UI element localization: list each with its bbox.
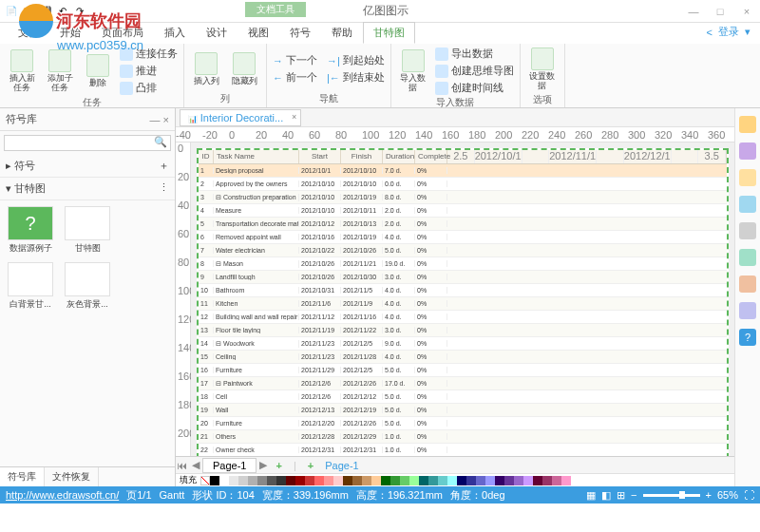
share-icon[interactable]: < <box>707 27 712 38</box>
gantt-row[interactable]: 6Removed appoint wall2012/10/162012/10/1… <box>199 231 727 244</box>
gantt-row[interactable]: 7Water electrician2012/10/222012/10/265.… <box>199 244 727 257</box>
settings[interactable]: 设置数据 <box>526 46 559 93</box>
color-swatch[interactable] <box>238 476 248 485</box>
sidebar-section-symbols[interactable]: ▸ 符号＋ <box>0 155 175 178</box>
close-button[interactable]: × <box>737 6 756 17</box>
comment-icon[interactable] <box>739 302 756 319</box>
color-swatch[interactable] <box>552 476 561 485</box>
color-swatch[interactable] <box>352 476 362 485</box>
tab-gantt[interactable]: 甘特图 <box>363 22 415 44</box>
gantt-row[interactable]: 22Owner check2012/12/312012/12/311.0 d.0… <box>199 444 727 456</box>
help-icon[interactable]: ? <box>739 329 756 346</box>
tab-7[interactable]: 帮助 <box>321 22 363 44</box>
page-icon[interactable] <box>739 169 756 186</box>
outline[interactable]: 凸排 <box>120 80 178 96</box>
gantt-row[interactable]: 4Measure2012/10/102012/10/112.0 d.0% <box>199 204 727 218</box>
sidebar-close-icon[interactable]: — × <box>150 114 169 125</box>
color-swatch[interactable] <box>419 476 428 485</box>
thumb[interactable]: 灰色背景... <box>63 262 112 311</box>
fullscreen-icon[interactable]: ⛶ <box>744 489 754 501</box>
gantt-row[interactable]: 8⊟ Mason2012/10/262012/11/2119.0 d.0% <box>199 257 727 271</box>
color-swatch[interactable] <box>428 476 438 485</box>
gantt-row[interactable]: 12Building wall and wall repair2012/11/1… <box>199 311 727 324</box>
tab-1[interactable]: 开始 <box>49 22 91 44</box>
zoom-out-icon[interactable]: − <box>631 489 636 501</box>
view-icon-1[interactable]: ▦ <box>586 489 596 502</box>
sidetab-recovery[interactable]: 文件恢复 <box>45 467 99 486</box>
color-swatch[interactable] <box>447 476 457 485</box>
gantt-row[interactable]: 11Kitchen2012/11/62012/11/94.0 d.0% <box>199 297 727 311</box>
color-swatch[interactable] <box>438 476 447 485</box>
color-swatch[interactable] <box>295 476 305 485</box>
color-swatch[interactable] <box>409 476 419 485</box>
page-prev-icon[interactable]: ◀ <box>189 459 202 471</box>
link-tasks[interactable]: 连接任务 <box>120 46 178 62</box>
tab-6[interactable]: 符号 <box>279 22 321 44</box>
color-swatch[interactable] <box>476 476 485 485</box>
gantt-row[interactable]: 9Landfill tough2012/10/262012/10/303.0 d… <box>199 271 727 284</box>
hide-col[interactable]: 隐藏列 <box>228 50 260 88</box>
color-swatch[interactable] <box>523 476 533 485</box>
tab-4[interactable]: 设计 <box>196 22 238 44</box>
qat-redo-icon[interactable]: ↷ <box>72 4 87 19</box>
thumb[interactable]: 甘特图 <box>63 206 112 255</box>
sidebar-section-gantt[interactable]: ▾ 甘特图⋮ <box>0 178 175 200</box>
gantt-row[interactable]: 17⊟ Paintwork2012/12/62012/12/2617.0 d.0… <box>199 377 727 390</box>
insert-task[interactable]: 插入新任务 <box>6 48 38 95</box>
gantt-row[interactable]: 21Others2012/12/282012/12/291.0 d.0% <box>199 430 727 444</box>
tab-0[interactable]: 文件 <box>8 22 49 44</box>
gantt-row[interactable]: 20Furniture2012/12/202012/12/265.0 d.0% <box>199 417 727 430</box>
history-icon[interactable] <box>739 276 756 293</box>
gantt-row[interactable]: 1Design proposal2012/10/12012/10/107.0 d… <box>199 164 727 178</box>
page-first-icon[interactable]: ⏮ <box>176 460 189 471</box>
delete[interactable]: 删除 <box>82 52 114 90</box>
color-swatch[interactable] <box>400 476 409 485</box>
color-swatch[interactable] <box>343 476 352 485</box>
color-swatch[interactable] <box>314 476 324 485</box>
color-swatch[interactable] <box>362 476 371 485</box>
add-page-button[interactable]: + <box>270 460 287 471</box>
color-swatch[interactable] <box>495 476 504 485</box>
color-swatch[interactable] <box>210 476 219 485</box>
color-swatch[interactable] <box>286 476 295 485</box>
color-swatch[interactable] <box>485 476 495 485</box>
gantt-row[interactable]: 13Floor tile laying2012/11/192012/11/223… <box>199 324 727 337</box>
color-swatch[interactable] <box>561 476 571 485</box>
no-fill-icon[interactable] <box>200 476 210 485</box>
qat-undo-icon[interactable]: ↶ <box>55 4 70 19</box>
theme-icon[interactable] <box>739 142 756 160</box>
search-input[interactable] <box>5 136 151 150</box>
color-swatch[interactable] <box>267 476 276 485</box>
login-dropdown-icon[interactable]: ▾ <box>745 26 750 38</box>
color-swatch[interactable] <box>457 476 466 485</box>
gantt-row[interactable]: 2Approved by the owners2012/10/102012/10… <box>199 178 727 191</box>
promote[interactable]: 推进 <box>120 63 178 79</box>
color-swatch[interactable] <box>533 476 542 485</box>
color-swatch[interactable] <box>305 476 314 485</box>
zoom-in-icon[interactable]: + <box>706 489 712 501</box>
view-icon-2[interactable]: ◧ <box>601 489 611 502</box>
qat-open-icon[interactable]: 📂 <box>21 4 36 19</box>
gantt-row[interactable]: 18Cell2012/12/62012/12/125.0 d.0% <box>199 390 727 404</box>
qat-new-icon[interactable]: 📄 <box>4 4 19 19</box>
tab-5[interactable]: 视图 <box>238 22 279 44</box>
gantt-row[interactable]: 15Ceiling2012/11/232012/11/284.0 d.0% <box>199 351 727 364</box>
zoom-slider[interactable] <box>643 494 700 497</box>
color-swatch[interactable] <box>324 476 333 485</box>
pointer-icon[interactable] <box>739 116 756 133</box>
cloud-icon[interactable] <box>739 249 756 266</box>
color-swatch[interactable] <box>390 476 400 485</box>
color-swatch[interactable] <box>276 476 286 485</box>
qat-save-icon[interactable]: 💾 <box>38 4 53 19</box>
search-icon[interactable]: 🔍 <box>151 136 170 150</box>
tab-3[interactable]: 插入 <box>154 22 196 44</box>
gantt-row[interactable]: 14⊟ Woodwork2012/11/232012/12/59.0 d.0% <box>199 337 727 351</box>
import[interactable]: 导入数据 <box>397 48 429 95</box>
gantt-row[interactable]: 10Bathroom2012/10/312012/11/54.0 d.0% <box>199 284 727 297</box>
thumb[interactable]: 白背景甘... <box>6 262 55 311</box>
login-link[interactable]: 登录 <box>718 25 739 39</box>
gantt-row[interactable]: 5Transportation decorate material2012/10… <box>199 218 727 231</box>
color-swatch[interactable] <box>504 476 514 485</box>
color-swatch[interactable] <box>381 476 390 485</box>
color-swatch[interactable] <box>514 476 523 485</box>
